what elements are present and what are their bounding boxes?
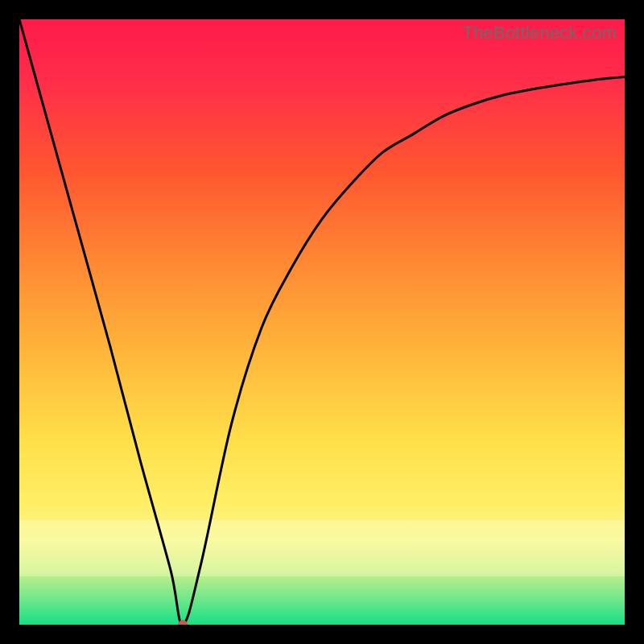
- watermark-text: TheBottleneck.com: [462, 23, 617, 43]
- curve-path: [19, 19, 625, 625]
- curve-svg: [19, 19, 625, 625]
- plot-area: TheBottleneck.com: [19, 19, 625, 625]
- chart-frame: TheBottleneck.com: [0, 0, 644, 644]
